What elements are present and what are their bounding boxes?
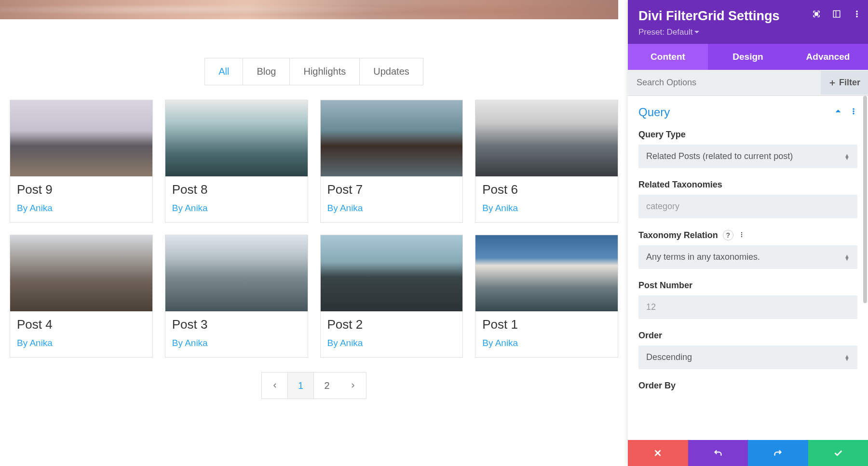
post-author[interactable]: By Anika	[327, 203, 456, 213]
post-number-label: Post Number	[638, 280, 857, 291]
main-preview: AllBlogHighlightsUpdates Post 9By AnikaP…	[0, 0, 628, 466]
panel-layout-icon[interactable]	[832, 10, 841, 20]
post-thumbnail	[10, 100, 152, 176]
post-card[interactable]: Post 1By Anika	[475, 235, 618, 358]
preset-selector[interactable]: Preset: Default	[638, 27, 857, 37]
filter-tab-blog[interactable]: Blog	[243, 58, 290, 85]
query-type-label: Query Type	[638, 130, 857, 140]
query-type-select[interactable]: Related Posts (related to current post) …	[638, 145, 857, 168]
save-button[interactable]	[808, 440, 868, 466]
post-thumbnail	[165, 100, 308, 176]
more-icon[interactable]	[853, 10, 861, 20]
post-thumbnail	[475, 100, 618, 176]
taxonomy-relation-select[interactable]: Any terms in any taxonomies. ▲▼	[638, 245, 857, 269]
order-label: Order	[638, 331, 857, 341]
field-more-icon[interactable]	[738, 230, 745, 240]
post-thumbnail	[321, 235, 463, 311]
post-card[interactable]: Post 7By Anika	[320, 100, 463, 223]
post-thumbnail	[10, 235, 152, 311]
svg-point-10	[741, 236, 742, 237]
post-card[interactable]: Post 2By Anika	[320, 235, 463, 358]
svg-point-7	[853, 113, 854, 114]
order-select[interactable]: Descending ▲▼	[638, 346, 857, 369]
post-title: Post 7	[327, 182, 456, 197]
related-taxonomies-input[interactable]: category	[638, 195, 857, 218]
redo-button[interactable]	[748, 440, 808, 466]
svg-rect-0	[833, 11, 840, 17]
svg-point-3	[856, 13, 858, 15]
post-card[interactable]: Post 6By Anika	[475, 100, 618, 223]
tab-design[interactable]: Design	[708, 44, 788, 70]
tab-content[interactable]: Content	[628, 44, 708, 70]
related-taxonomies-label: Related Taxonomies	[638, 180, 857, 190]
scrollbar[interactable]	[863, 96, 867, 303]
svg-point-5	[853, 108, 854, 110]
collapse-icon[interactable]	[834, 107, 842, 117]
post-thumbnail	[321, 100, 463, 176]
svg-point-8	[741, 232, 742, 233]
filter-tab-updates[interactable]: Updates	[360, 58, 423, 85]
post-title: Post 6	[482, 182, 611, 197]
post-card[interactable]: Post 9By Anika	[10, 100, 153, 223]
post-number-input[interactable]: 12	[638, 295, 857, 319]
settings-panel: Divi FilterGrid Settings Preset: Default…	[628, 0, 868, 466]
search-row: Filter	[628, 70, 868, 96]
post-title: Post 2	[327, 317, 456, 332]
post-card[interactable]: Post 4By Anika	[10, 235, 153, 358]
panel-header: Divi FilterGrid Settings Preset: Default	[628, 0, 868, 44]
post-thumbnail	[475, 235, 618, 311]
section-more-icon[interactable]	[850, 107, 857, 117]
panel-footer	[628, 440, 868, 466]
post-author[interactable]: By Anika	[172, 203, 301, 213]
post-title: Post 8	[172, 182, 301, 197]
post-title: Post 4	[17, 317, 146, 332]
post-author[interactable]: By Anika	[17, 338, 146, 348]
pager-prev[interactable]	[262, 373, 288, 399]
taxonomy-relation-label: Taxonomy Relation ?	[638, 230, 857, 240]
filter-tab-all[interactable]: All	[205, 58, 243, 85]
panel-tabs: ContentDesignAdvanced	[628, 44, 868, 70]
search-input[interactable]	[628, 70, 821, 95]
hero-image	[0, 0, 618, 19]
post-title: Post 1	[482, 317, 611, 332]
post-card[interactable]: Post 3By Anika	[165, 235, 308, 358]
tab-advanced[interactable]: Advanced	[788, 44, 868, 70]
pager-page-1[interactable]: 1	[288, 373, 314, 399]
post-card[interactable]: Post 8By Anika	[165, 100, 308, 223]
panel-body: Query Query Type Related Posts (related …	[628, 96, 868, 440]
post-author[interactable]: By Anika	[172, 338, 301, 348]
post-title: Post 9	[17, 182, 146, 197]
filter-bar: AllBlogHighlightsUpdates	[0, 58, 628, 85]
svg-point-9	[741, 234, 742, 235]
cancel-button[interactable]	[628, 440, 688, 466]
post-thumbnail	[165, 235, 308, 311]
posts-grid: Post 9By AnikaPost 8By AnikaPost 7By Ani…	[0, 100, 628, 358]
undo-button[interactable]	[688, 440, 748, 466]
filter-button[interactable]: Filter	[821, 71, 868, 94]
filter-tab-highlights[interactable]: Highlights	[290, 58, 360, 85]
order-by-label: Order By	[638, 381, 857, 391]
pager-next[interactable]	[340, 373, 366, 399]
post-author[interactable]: By Anika	[17, 203, 146, 213]
svg-point-2	[856, 11, 858, 12]
section-title[interactable]: Query	[638, 106, 670, 119]
svg-point-4	[856, 16, 858, 17]
svg-point-6	[853, 111, 854, 112]
post-author[interactable]: By Anika	[482, 203, 611, 213]
post-title: Post 3	[172, 317, 301, 332]
expand-icon[interactable]	[812, 10, 821, 20]
post-author[interactable]: By Anika	[327, 338, 456, 348]
pager-page-2[interactable]: 2	[314, 373, 340, 399]
pagination: 12	[0, 372, 628, 399]
help-icon[interactable]: ?	[723, 230, 733, 240]
post-author[interactable]: By Anika	[482, 338, 611, 348]
